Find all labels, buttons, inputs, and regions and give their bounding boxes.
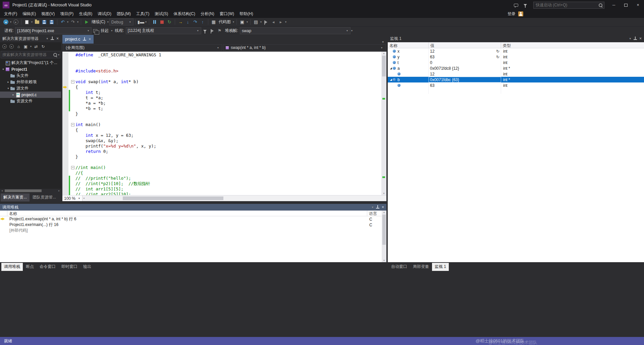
breakpoint-margin[interactable] [62, 122, 68, 127]
code-line[interactable]: –int main() [62, 122, 381, 127]
quick-launch-input[interactable] [533, 2, 604, 9]
tree-item[interactable]: 资源文件 [0, 98, 61, 104]
redo-dropdown-icon[interactable]: ▾ [77, 20, 78, 23]
close-tab-icon[interactable]: × [89, 37, 91, 42]
tree-item[interactable]: ▾源文件 [0, 85, 61, 92]
watch-row[interactable]: y63↻int [388, 54, 644, 60]
watch-row[interactable]: 63int [388, 82, 644, 88]
tree-item[interactable]: ▸外部依赖项 [0, 79, 61, 85]
continue-icon[interactable] [83, 18, 90, 26]
close-button[interactable]: × [632, 0, 644, 10]
new-file-icon[interactable] [23, 18, 30, 26]
intellitrace-icon[interactable]: ▣ [239, 18, 246, 26]
breakpoint-margin[interactable] [62, 154, 68, 160]
code-map-icon[interactable]: ▦ [210, 18, 217, 26]
collapse-region-icon[interactable]: – [71, 80, 74, 83]
search-icon[interactable] [53, 53, 57, 57]
breakpoint-margin[interactable] [62, 106, 68, 111]
search-icon[interactable] [598, 3, 603, 7]
menu-item[interactable]: 分析(N) [198, 10, 217, 17]
document-tab[interactable]: project.c × [62, 35, 94, 44]
breakpoint-margin[interactable] [62, 170, 68, 176]
home-icon[interactable]: ⌂ [15, 43, 22, 50]
panel-tab[interactable]: 即时窗口 [59, 263, 80, 271]
close-panel-icon[interactable]: × [56, 36, 59, 41]
code-line[interactable]: // //int(*p2)[10]; //数组指针 [62, 181, 381, 186]
window-position-icon[interactable]: ▾ [372, 206, 373, 209]
breakpoint-margin[interactable] [62, 63, 68, 68]
pin-icon[interactable] [633, 37, 637, 41]
breakpoint-margin[interactable] [62, 138, 68, 143]
code-line[interactable]: //{ [62, 170, 381, 176]
tree-item[interactable]: 头文件 [0, 72, 61, 79]
attach-dropdown-icon[interactable]: ▾ [145, 20, 147, 23]
watch-row[interactable]: x12↻int [388, 48, 644, 54]
search-dropdown-icon[interactable]: ▾ [58, 53, 59, 56]
breakpoint-margin[interactable] [62, 186, 68, 192]
code-line[interactable] [62, 58, 381, 63]
menu-item[interactable]: 项目(P) [57, 10, 76, 17]
code-line[interactable] [62, 160, 381, 165]
code-line[interactable]: return 0; [62, 149, 381, 154]
panel-tab[interactable]: 命令窗口 [37, 263, 58, 271]
account-avatar-icon[interactable] [518, 11, 523, 16]
window-position-icon[interactable]: ▾ [629, 37, 631, 40]
callstack-row[interactable]: Project1.exe!main(...) 行 16C [0, 222, 382, 228]
pin-icon[interactable] [376, 205, 379, 209]
tree-expander-icon[interactable]: ▾ [6, 87, 10, 90]
watch-row[interactable]: ◢a0x0071fdc8 {12}int * [388, 65, 644, 71]
code-line[interactable]: { [62, 84, 381, 90]
menu-item[interactable]: 帮助(H) [237, 10, 256, 17]
column-header-name[interactable]: 名称 [388, 42, 429, 48]
code-line[interactable]: swap(&x, &y); [62, 138, 381, 143]
stack-frame-combo[interactable]: swap ▾ [240, 27, 351, 34]
step-into-icon[interactable]: ↓ [184, 18, 191, 26]
scroll-right-icon[interactable]: ▸ [57, 189, 61, 192]
menu-item[interactable]: 工具(T) [133, 10, 152, 17]
thread-combo[interactable]: [11224] 主线程 ▾ [126, 27, 201, 34]
breakpoint-margin[interactable] [62, 160, 68, 165]
breakpoint-margin[interactable] [62, 95, 68, 101]
menu-item[interactable]: 文件(F) [1, 10, 20, 17]
code-line[interactable]: } [62, 111, 381, 117]
close-panel-icon[interactable]: × [382, 205, 384, 210]
scope-dropdown-icon[interactable]: ▾ [30, 45, 32, 48]
watch-value-cell[interactable]: 63 [429, 82, 501, 88]
collapse-region-icon[interactable]: – [71, 123, 74, 126]
watch-value-cell[interactable] [429, 88, 501, 94]
editor-vertical-scrollbar[interactable]: ▴ ▾ [381, 52, 386, 195]
step-over-icon[interactable]: ↷ [192, 18, 199, 26]
previous-bookmark-icon[interactable]: ◂ [270, 18, 277, 26]
intellitrace-dropdown-icon[interactable]: ▾ [247, 20, 248, 23]
redo-icon[interactable]: ↷ [69, 18, 76, 26]
sync-with-active-document-icon[interactable]: ⇄ [33, 43, 39, 50]
breakpoint-margin[interactable] [62, 149, 68, 154]
tree-expander-icon[interactable]: ▸ [6, 80, 10, 83]
stop-debugging-icon[interactable] [159, 18, 165, 26]
lifecycle-events-icon[interactable] [92, 27, 99, 35]
scroll-up-icon[interactable]: ▴ [382, 211, 386, 214]
solution-search-input[interactable] [1, 52, 53, 57]
code-line[interactable]: #define _CRT_SECURE_NO_WARNINGS 1 [62, 52, 381, 58]
open-file-icon[interactable] [34, 18, 40, 26]
panel-tab[interactable]: 监视 1 [432, 263, 449, 271]
undo-dropdown-icon[interactable]: ▾ [67, 20, 68, 23]
column-header-name[interactable]: 名称 [7, 211, 367, 216]
panel-tab[interactable]: 断点 [23, 263, 37, 271]
debug-location-overflow-icon[interactable]: ▾ [351, 29, 353, 32]
code-line[interactable]: printf("x=%d y=%d\n", x, y); [62, 143, 381, 149]
watch-expander-icon[interactable]: ◢ [389, 67, 393, 70]
se-horizontal-scrollbar[interactable]: ◂ ▸ [0, 189, 61, 193]
refresh-icon[interactable]: ↻ [40, 43, 46, 50]
menu-item[interactable]: 团队(M) [114, 10, 133, 17]
sign-in-link[interactable]: 登录 [507, 11, 516, 17]
panel-tab[interactable]: 调用堆栈 [1, 263, 23, 271]
code-lines[interactable]: #define _CRT_SECURE_NO_WARNINGS 1#includ… [62, 52, 381, 195]
panel-tab[interactable]: 局部变量 [410, 263, 432, 271]
suspend-button[interactable]: 挂起 [101, 28, 109, 34]
code-line[interactable]: // //int arr2[5][10]; [62, 192, 381, 195]
break-all-icon[interactable] [151, 18, 158, 26]
navigate-backward-icon[interactable]: ◂ [2, 18, 9, 26]
scroll-down-icon[interactable]: ▾ [381, 192, 386, 195]
watch-value-cell[interactable]: 12↻ [429, 48, 501, 54]
